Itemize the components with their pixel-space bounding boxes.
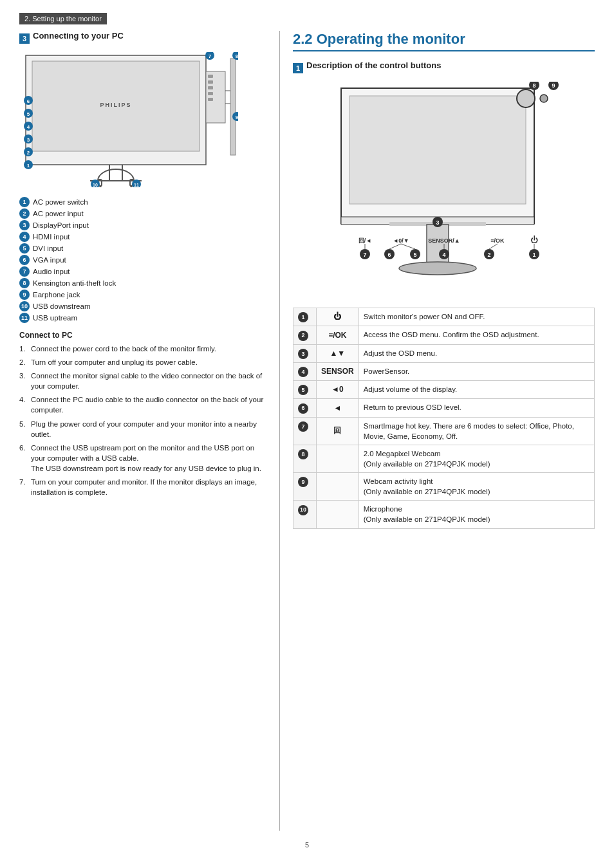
connect-step: 6.Connect the USB upstream port on the m… [19,443,264,474]
comp-text: USB downstream [33,302,90,310]
comp-text: Earphone jack [33,291,80,299]
svg-point-33 [98,169,134,187]
connect-steps: 1.Connect the power cord to the back of … [19,344,264,497]
svg-point-43 [540,95,548,102]
svg-text:6: 6 [27,98,30,104]
svg-text:3: 3 [436,219,439,226]
svg-rect-8 [208,80,213,84]
svg-text:2: 2 [27,150,30,156]
svg-text:◄0/▼: ◄0/▼ [393,237,409,244]
component-item: 2AC power input [19,208,264,219]
page: 2. Setting up the monitor 3 Connecting t… [0,0,614,868]
connect-step: 2.Turn off your computer and unplug its … [19,357,264,367]
feature-num: 7 [293,417,317,445]
feature-row: 2≡/OKAccess the OSD menu. Confirm the OS… [293,326,595,344]
feature-icon: 回 [317,417,359,445]
svg-text:PHILIPS: PHILIPS [100,102,131,108]
comp-num: 8 [19,278,30,288]
svg-line-72 [389,244,401,249]
step-text: Connect the PC audio cable to the audio … [31,394,264,415]
feature-row: 1⏻Switch monitor's power ON and OFF. [293,308,595,326]
svg-text:1: 1 [27,163,30,169]
svg-rect-41 [349,96,526,204]
feature-row: 9Webcam activity light (Only available o… [293,473,595,501]
left-monitor-svg: PHILIPS [19,52,238,187]
comp-text: DVI input [33,245,63,252]
feature-icon: ◄0 [317,381,359,399]
section3-header: 3 Connecting to your PC [19,31,264,46]
component-item: 9Earphone jack [19,290,264,300]
comp-num: 5 [19,243,30,254]
feature-num: 3 [293,344,317,362]
svg-line-75 [489,244,498,249]
step-text: Plug the power cord of your computer and… [31,419,264,439]
connect-title: Connect to PC [19,331,264,340]
svg-text:7: 7 [363,252,366,258]
component-list: 1AC power switch2AC power input3DisplayP… [19,197,264,323]
comp-num: 11 [19,313,30,323]
section1-num: 1 [293,63,303,73]
svg-text:1: 1 [532,252,535,258]
feature-desc: Adjust the OSD menu. [358,344,594,362]
feature-icon: SENSOR [317,362,359,380]
feature-desc: Switch monitor's power ON and OFF. [358,308,594,326]
connect-step: 1.Connect the power cord to the back of … [19,344,264,354]
component-item: 4HDMI input [19,232,264,242]
svg-text:≡/OK: ≡/OK [490,237,505,244]
step-num: 7. [19,477,31,497]
section3-num: 3 [19,33,30,44]
left-diagram: PHILIPS [19,52,264,189]
svg-rect-9 [208,86,213,89]
feature-row: 82.0 Megapixel Webcam (Only available on… [293,445,595,472]
feature-num: 4 [293,362,317,380]
left-column: 3 Connecting to your PC PHILIPS [19,31,264,831]
svg-rect-10 [208,92,213,95]
connect-step: 5.Plug the power cord of your computer a… [19,419,264,439]
step-text: Connect the USB upstream port on the mon… [31,443,264,474]
svg-text:9: 9 [236,115,238,120]
section3-title: Connecting to your PC [33,31,124,41]
svg-text:7: 7 [209,53,212,59]
feature-desc: Return to previous OSD level. [358,399,594,417]
svg-text:4: 4 [27,124,30,130]
comp-text: DisplayPort input [33,221,89,229]
comp-num: 4 [19,232,30,242]
feature-num: 10 [293,501,317,528]
svg-point-51 [399,262,476,275]
topbar-label: 2. Setting up the monitor [24,15,102,23]
svg-text:回/◄: 回/◄ [358,237,371,244]
svg-text:11: 11 [134,183,139,187]
svg-text:⏻: ⏻ [530,235,538,245]
feature-icon [317,473,359,501]
comp-num: 6 [19,255,30,265]
feature-icon: ▲▼ [317,344,359,362]
comp-num: 10 [19,301,30,311]
comp-num: 9 [19,290,30,300]
svg-text:5: 5 [413,252,416,258]
right-column: 2.2 Operating the monitor 1 Description … [279,31,595,831]
component-item: 5DVI input [19,243,264,254]
feature-icon: ⏻ [317,308,359,326]
step-text: Turn off your computer and unplug its po… [31,357,198,367]
section1-header: 1 Description of the control buttons [293,60,595,75]
comp-text: VGA input [33,256,66,264]
feature-desc: Microphone (Only available on 271P4QPJK … [358,501,594,528]
step-num: 3. [19,371,31,391]
feature-icon: ◄ [317,399,359,417]
comp-text: USB uptream [33,314,77,322]
component-item: 11USB uptream [19,313,264,323]
section-topbar: 2. Setting up the monitor [19,13,107,24]
step-text: Turn on your computer and monitor. If th… [31,477,264,497]
right-diagram: 8 9 回/◄ ◄0/▼ SENSOR/▲ ≡/OK [325,82,563,302]
feature-row: 5◄0Adjust volume of the display. [293,381,595,399]
svg-rect-11 [208,98,213,101]
feature-icon [317,445,359,472]
comp-text: AC power input [33,210,84,217]
right-monitor-svg: 8 9 回/◄ ◄0/▼ SENSOR/▲ ≡/OK [325,82,563,300]
component-item: 10USB downstream [19,301,264,311]
svg-rect-12 [230,59,236,155]
svg-text:2: 2 [487,252,490,258]
feature-desc: Webcam activity light (Only available on… [358,473,594,501]
step-num: 4. [19,394,31,415]
svg-text:4: 4 [442,252,445,258]
